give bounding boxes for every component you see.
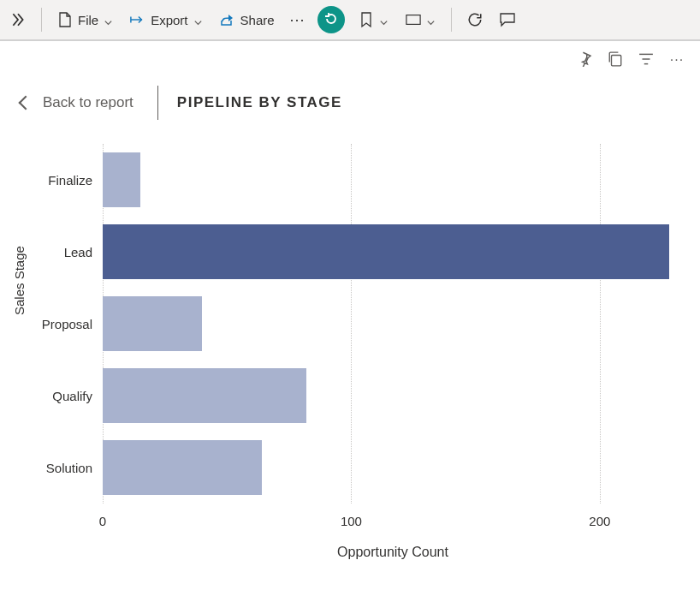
bookmark-icon [359, 12, 374, 27]
x-tick-label: 100 [341, 514, 362, 528]
export-icon [130, 12, 145, 27]
chevron-down-icon [379, 15, 389, 25]
visual-action-bar: ··· [0, 41, 700, 72]
file-icon [57, 12, 73, 27]
file-menu-button[interactable]: File [50, 9, 120, 31]
header-divider [157, 86, 158, 120]
rectangle-icon [406, 12, 421, 27]
filter-icon [638, 51, 654, 69]
back-to-report-button[interactable]: Back to report [21, 94, 157, 111]
category-label: Qualify [31, 389, 92, 403]
ellipsis-icon: ··· [290, 11, 306, 29]
more-options-button[interactable]: ··· [285, 9, 311, 31]
filter-button[interactable] [638, 52, 654, 68]
bar[interactable] [103, 368, 306, 423]
bar-chart: Sales Stage 0100200FinalizeLeadProposalQ… [26, 144, 683, 560]
category-label: Lead [31, 245, 92, 259]
app-toolbar: File Export Share ··· [0, 0, 700, 41]
bar-row[interactable]: Qualify [103, 368, 306, 423]
category-label: Finalize [31, 173, 92, 188]
expand-ribbon-button[interactable] [3, 9, 33, 31]
comments-button[interactable] [493, 9, 515, 31]
refresh-button[interactable] [460, 9, 489, 31]
chevron-left-icon [19, 96, 33, 110]
visual-more-button[interactable]: ··· [669, 52, 685, 68]
grid-line [600, 144, 601, 504]
reset-icon [324, 12, 338, 28]
share-button[interactable]: Share [213, 9, 282, 31]
bar-row[interactable]: Proposal [103, 296, 202, 351]
category-label: Proposal [31, 317, 92, 331]
bar-row[interactable]: Solution [103, 440, 262, 495]
back-label: Back to report [43, 94, 133, 111]
chevron-down-icon [104, 15, 113, 25]
export-menu-button[interactable]: Export [123, 9, 209, 31]
visual-title: PIPELINE BY STAGE [177, 94, 342, 111]
pin-icon [577, 51, 592, 69]
view-menu-button[interactable] [399, 9, 442, 31]
visual-header: Back to report PIPELINE BY STAGE [21, 86, 700, 120]
plot-area[interactable]: 0100200FinalizeLeadProposalQualifySoluti… [103, 144, 683, 504]
bar[interactable] [103, 296, 202, 351]
toolbar-divider [451, 8, 452, 32]
bar[interactable] [103, 440, 262, 495]
share-label: Share [240, 13, 275, 27]
category-label: Solution [31, 461, 92, 475]
y-axis-title: Sales Stage [12, 246, 27, 315]
file-menu-label: File [78, 13, 98, 27]
double-chevron-right-icon [10, 12, 26, 27]
bar-row[interactable]: Lead [103, 224, 669, 279]
bar[interactable] [103, 152, 140, 207]
toolbar-divider [41, 8, 42, 32]
x-tick-label: 200 [589, 514, 610, 528]
pin-button[interactable] [577, 52, 592, 68]
bookmark-menu-button[interactable] [352, 9, 395, 31]
comment-icon [500, 12, 515, 27]
chevron-down-icon [426, 15, 436, 25]
reset-button[interactable] [317, 6, 345, 33]
refresh-icon [467, 12, 483, 27]
x-tick-label: 0 [99, 514, 106, 528]
svg-rect-0 [406, 15, 419, 25]
export-menu-label: Export [151, 13, 187, 27]
chevron-down-icon [193, 15, 203, 25]
copy-button[interactable] [608, 52, 623, 68]
bar-row[interactable]: Finalize [103, 152, 140, 207]
svg-rect-1 [612, 55, 621, 65]
copy-icon [608, 51, 623, 69]
ellipsis-icon: ··· [670, 52, 684, 68]
x-axis-title: Opportunity Count [103, 545, 683, 560]
bar[interactable] [103, 224, 669, 279]
share-icon [220, 12, 235, 27]
grid-line [351, 144, 352, 504]
